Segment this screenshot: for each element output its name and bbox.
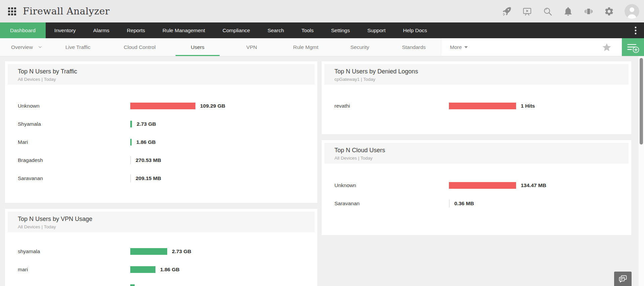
row-bar-green xyxy=(130,139,132,146)
tab-overview[interactable]: Overview xyxy=(0,38,47,56)
card-top-users-denied-logons: Top N Users by Denied Logons cpGateway1 … xyxy=(322,61,631,134)
card-subtitle: All Devices | Today xyxy=(334,156,629,161)
settings-gear-icon[interactable] xyxy=(604,6,614,16)
tab-rule-mgmt[interactable]: Rule Mgmt xyxy=(279,38,333,56)
chart-row: Saravanan0.36 MB xyxy=(334,194,631,213)
nav-item-reports[interactable]: Reports xyxy=(118,22,154,38)
caret-down-icon xyxy=(464,46,468,48)
nav-item-dashboard[interactable]: Dashboard xyxy=(0,22,46,38)
tab-users[interactable]: Users xyxy=(171,38,225,56)
row-value: 109.29 GB xyxy=(200,103,225,109)
card-top-users-traffic: Top N Users by Traffic All Devices | Tod… xyxy=(5,61,317,203)
row-user-label: mari xyxy=(18,267,130,273)
row-bar-green xyxy=(130,284,135,286)
main-nav: DashboardInventoryAlarmsReportsRule Mana… xyxy=(0,22,644,38)
row-user-label: Bragadesh xyxy=(18,157,130,163)
card-subtitle: All Devices | Today xyxy=(18,224,315,229)
add-dashboard-icon xyxy=(624,40,642,55)
right-column: Top N Users by Denied Logons cpGateway1 … xyxy=(322,61,631,235)
nav-item-settings[interactable]: Settings xyxy=(322,22,359,38)
row-value: 2.73 GB xyxy=(137,121,156,127)
tab-more[interactable]: More xyxy=(450,38,468,56)
row-value: 2.73 GB xyxy=(172,248,191,254)
nav-item-search[interactable]: Search xyxy=(259,22,293,38)
add-dashboard-button[interactable] xyxy=(622,38,644,56)
header-actions xyxy=(502,4,639,19)
row-value: 1.86 GB xyxy=(136,139,156,145)
demo-player-icon[interactable] xyxy=(522,6,532,16)
card-header: Top N Users by Denied Logons cpGateway1 … xyxy=(324,64,629,85)
tab-label: Rule Mgmt xyxy=(293,44,318,50)
card-rows: Unknown109.29 GBShyamala2.73 GBMari1.86 … xyxy=(5,85,317,187)
chart-row: 242.87 MB xyxy=(18,279,317,286)
row-user-label: Saravanan xyxy=(334,201,449,207)
tab-standards[interactable]: Standards xyxy=(387,38,441,56)
nav-item-tools[interactable]: Tools xyxy=(293,22,322,38)
row-bar-red xyxy=(449,103,516,109)
card-top-users-vpn: Top N Users by VPN Usage All Devices | T… xyxy=(5,209,317,286)
tab-security[interactable]: Security xyxy=(333,38,387,56)
tab-label: VPN xyxy=(246,44,257,50)
tab-strip: OverviewLive TrafficCloud ControlUsersVP… xyxy=(0,38,441,56)
card-header: Top N Users by Traffic All Devices | Tod… xyxy=(8,64,315,85)
row-bar-red xyxy=(449,182,516,189)
card-top-cloud-users: Top N Cloud Users All Devices | Today Un… xyxy=(322,140,631,235)
row-value: 0.36 MB xyxy=(454,201,474,207)
tab-label: Overview xyxy=(11,44,33,50)
row-user-label: Unknown xyxy=(334,182,449,188)
card-title: Top N Users by Denied Logons xyxy=(334,68,629,75)
chat-bubbles-icon xyxy=(618,274,628,284)
apps-grid-icon[interactable] xyxy=(8,7,16,15)
row-user-label: Shyamala xyxy=(18,121,130,127)
row-user-label: Mari xyxy=(18,139,130,145)
overflow-menu-kebab-icon[interactable] xyxy=(631,22,641,38)
nav-item-help-docs[interactable]: Help Docs xyxy=(394,22,436,38)
nav-item-alarms[interactable]: Alarms xyxy=(85,22,118,38)
tab-label: Security xyxy=(351,44,369,50)
chat-feedback-button[interactable] xyxy=(614,272,632,286)
row-bar-green xyxy=(130,248,167,255)
card-title: Top N Cloud Users xyxy=(334,147,629,154)
row-user-label: revathi xyxy=(334,103,449,109)
tab-label: Users xyxy=(191,44,204,50)
search-icon[interactable] xyxy=(543,6,553,16)
nav-item-support[interactable]: Support xyxy=(359,22,394,38)
tab-label: Cloud Control xyxy=(124,44,156,50)
tab-vpn[interactable]: VPN xyxy=(225,38,279,56)
notifications-bell-icon[interactable] xyxy=(563,6,573,16)
chart-row: Unknown109.29 GB xyxy=(18,97,317,115)
chevron-down-icon xyxy=(38,45,43,50)
row-bar-green xyxy=(130,266,155,273)
nav-item-inventory[interactable]: Inventory xyxy=(46,22,85,38)
main-nav-items: DashboardInventoryAlarmsReportsRule Mana… xyxy=(0,22,436,38)
vertical-scrollbar[interactable] xyxy=(639,56,644,286)
nav-item-compliance[interactable]: Compliance xyxy=(214,22,259,38)
card-header: Top N Users by VPN Usage All Devices | T… xyxy=(8,212,315,232)
chart-row: revathi1 Hits xyxy=(334,97,631,115)
rocket-icon[interactable] xyxy=(502,6,512,16)
card-subtitle: cpGateway1 | Today xyxy=(334,77,629,82)
user-avatar[interactable] xyxy=(625,4,639,19)
chart-row: Mari1.86 GB xyxy=(18,133,317,151)
nav-item-rule-management[interactable]: Rule Management xyxy=(154,22,214,38)
tab-label: Live Traffic xyxy=(65,44,91,50)
app-header: Firewall Analyzer xyxy=(0,0,644,22)
row-value: 1.86 GB xyxy=(160,267,180,273)
row-bar-tick xyxy=(449,199,450,208)
row-value: 134.47 MB xyxy=(521,182,546,188)
dashboard-content: Top N Users by Traffic All Devices | Tod… xyxy=(0,56,644,286)
row-value: 1 Hits xyxy=(521,103,535,109)
scrollbar-thumb[interactable] xyxy=(640,58,643,145)
row-bar-tick xyxy=(130,174,131,182)
favorite-star-icon[interactable] xyxy=(602,42,612,52)
chart-row: shyamala2.73 GB xyxy=(18,242,317,261)
card-rows: shyamala2.73 GBmari1.86 GB242.87 MB xyxy=(5,232,317,286)
tab-cloud-control[interactable]: Cloud Control xyxy=(109,38,171,56)
tab-more-label: More xyxy=(450,44,462,50)
row-user-label: Saravanan xyxy=(18,175,130,181)
vibrate-alert-icon[interactable] xyxy=(584,6,594,16)
row-bar-tick xyxy=(130,156,131,164)
card-title: Top N Users by Traffic xyxy=(18,68,315,75)
chart-row: Saravanan209.15 MB xyxy=(18,169,317,187)
tab-live-traffic[interactable]: Live Traffic xyxy=(47,38,109,56)
